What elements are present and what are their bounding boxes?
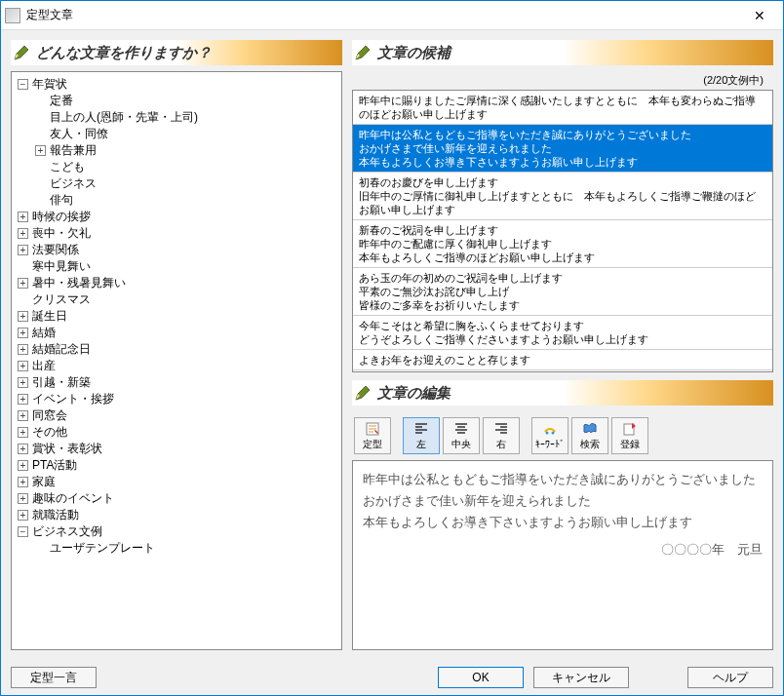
- tree-item[interactable]: −ビジネス文例: [14, 523, 339, 540]
- ok-button[interactable]: OK: [438, 667, 524, 688]
- editor-textarea[interactable]: 昨年中は公私ともどもご指導をいただき誠にありがとうございましたおかげさまで佳い新…: [352, 460, 773, 650]
- tree-item[interactable]: 友人・同僚: [31, 126, 339, 142]
- pencil-icon: [13, 44, 30, 61]
- candidate-item[interactable]: 今年こそはと希望に胸をふくらませておりますどうぞよろしくご指導くださいますようお…: [353, 316, 772, 350]
- align-right-button[interactable]: 右: [483, 417, 520, 454]
- expand-icon[interactable]: +: [18, 212, 28, 222]
- search-button[interactable]: 検索: [571, 417, 608, 454]
- expand-icon[interactable]: +: [18, 460, 28, 471]
- tree-item[interactable]: こども: [31, 159, 339, 175]
- tree-item[interactable]: 目上の人(恩師・先輩・上司): [31, 109, 339, 126]
- collapse-icon[interactable]: −: [18, 526, 28, 537]
- pencil-icon: [354, 384, 372, 402]
- svg-point-8: [552, 432, 555, 435]
- tree-item[interactable]: +イベント・挨拶: [14, 391, 339, 407]
- search-icon: [582, 421, 598, 437]
- tree-item[interactable]: +時候の挨拶: [14, 209, 339, 225]
- editor-header-text: 文章の編集: [377, 384, 451, 403]
- tree-item[interactable]: 定番: [31, 93, 339, 109]
- candidates-section-header: 文章の候補: [352, 40, 773, 65]
- tree-item[interactable]: +結婚記念日: [14, 341, 339, 358]
- template-icon: [365, 421, 380, 437]
- tree-item[interactable]: +暑中・残暑見舞い: [14, 275, 339, 291]
- tree-item[interactable]: −年賀状: [14, 76, 339, 93]
- editor-line: おかげさまで佳い新年を迎えられました: [363, 490, 763, 512]
- tree-item[interactable]: 俳句: [31, 192, 339, 209]
- candidate-item[interactable]: 初春のお慶びを申し上げます旧年中のご厚情に御礼申し上げますとともに 本年もよろし…: [353, 173, 772, 220]
- template-label: 定型: [363, 438, 382, 451]
- tree-item-label: 同窓会: [32, 408, 67, 422]
- tree-item-label: 年賀状: [32, 77, 67, 91]
- tree-item-label: 就職活動: [32, 508, 79, 522]
- editor-toolbar: 定型 左 中央 右 ｷｰﾜｰﾄﾞ: [352, 411, 773, 460]
- tree-item[interactable]: +同窓会: [14, 407, 339, 424]
- search-label: 検索: [580, 438, 600, 451]
- tree-item[interactable]: 寒中見舞い: [14, 258, 339, 275]
- cancel-button[interactable]: キャンセル: [533, 667, 629, 688]
- expand-icon[interactable]: +: [18, 377, 28, 388]
- tree-item[interactable]: +その他: [14, 424, 339, 441]
- candidate-item[interactable]: 新春のご祝詞を申し上げます昨年中のご配慮に厚く御礼申し上げます本年もよろしくご指…: [353, 220, 772, 268]
- window-title: 定型文章: [26, 7, 740, 23]
- expand-icon[interactable]: +: [18, 278, 28, 289]
- expand-icon[interactable]: +: [18, 493, 28, 504]
- tree-item-label: 喪中・欠礼: [32, 226, 91, 240]
- register-icon: [622, 421, 638, 437]
- tree-item[interactable]: +出産: [14, 358, 339, 374]
- tree-item[interactable]: +引越・新築: [14, 374, 339, 391]
- tree-item[interactable]: +報告兼用: [31, 142, 339, 159]
- app-icon: [5, 8, 20, 23]
- align-center-button[interactable]: 中央: [443, 417, 480, 454]
- tree-item-label: 引越・新築: [32, 375, 91, 389]
- help-button[interactable]: ヘルプ: [687, 667, 773, 688]
- keyword-label: ｷｰﾜｰﾄﾞ: [535, 439, 565, 449]
- expand-icon[interactable]: +: [18, 361, 28, 371]
- tree-item-label: 時候の挨拶: [32, 210, 91, 223]
- tree-item-label: ビジネス: [50, 176, 97, 190]
- tree-item-label: こども: [50, 160, 85, 174]
- candidate-item[interactable]: 昨年中に賜りましたご厚情に深く感謝いたしますとともに 本年も変わらぬご指導のほど…: [353, 91, 772, 125]
- left-header-text: どんな文章を作りますか？: [36, 44, 212, 62]
- expand-icon[interactable]: +: [18, 477, 28, 487]
- tree-item-label: イベント・挨拶: [32, 392, 114, 406]
- category-tree[interactable]: −年賀状定番目上の人(恩師・先輩・上司)友人・同僚+報告兼用こどもビジネス俳句+…: [11, 71, 342, 650]
- collapse-icon[interactable]: −: [18, 79, 28, 90]
- tree-item[interactable]: +賞状・表彰状: [14, 441, 339, 457]
- tree-item[interactable]: +結婚: [14, 325, 339, 341]
- expand-icon[interactable]: +: [18, 344, 28, 355]
- tree-item[interactable]: +誕生日: [14, 308, 339, 325]
- close-button[interactable]: ✕: [740, 2, 779, 29]
- tree-item-label: 出産: [32, 359, 56, 372]
- expand-icon[interactable]: +: [18, 228, 28, 239]
- candidates-list[interactable]: 昨年中に賜りましたご厚情に深く感謝いたしますとともに 本年も変わらぬご指導のほど…: [352, 90, 773, 372]
- tree-item[interactable]: +家庭: [14, 474, 339, 490]
- expand-icon[interactable]: +: [18, 410, 28, 421]
- tree-item[interactable]: +趣味のイベント: [14, 490, 339, 507]
- expand-icon[interactable]: +: [18, 245, 28, 255]
- expand-icon[interactable]: +: [18, 427, 28, 438]
- tree-item-label: 報告兼用: [50, 143, 97, 157]
- candidate-item[interactable]: あら玉の年の初めのご祝詞を申し上げます平素のご無沙汰お詫び申し上げ皆様のご多幸を…: [353, 268, 772, 316]
- keyword-button[interactable]: ｷｰﾜｰﾄﾞ: [531, 417, 568, 454]
- register-button[interactable]: 登録: [611, 417, 648, 454]
- expand-icon[interactable]: +: [18, 394, 28, 405]
- expand-icon[interactable]: +: [18, 311, 28, 322]
- expand-icon[interactable]: +: [18, 328, 28, 338]
- expand-icon[interactable]: +: [18, 444, 28, 454]
- tree-item[interactable]: +就職活動: [14, 507, 339, 523]
- candidate-item[interactable]: よきお年をお迎えのことと存じます: [353, 350, 772, 370]
- svg-marker-0: [15, 46, 28, 59]
- tree-item[interactable]: +法要関係: [14, 242, 339, 258]
- expand-icon[interactable]: +: [35, 145, 46, 156]
- template-button[interactable]: 定型: [354, 417, 391, 454]
- tree-item[interactable]: ビジネス: [31, 175, 339, 192]
- tree-item[interactable]: +喪中・欠礼: [14, 225, 339, 242]
- align-left-button[interactable]: 左: [403, 417, 440, 454]
- candidate-item[interactable]: 昨年中は公私ともどもご指導をいただき誠にありがとうございましたおかげさまで佳い新…: [353, 125, 772, 173]
- content: どんな文章を作りますか？ −年賀状定番目上の人(恩師・先輩・上司)友人・同僚+報…: [1, 30, 783, 660]
- expand-icon[interactable]: +: [18, 510, 28, 521]
- template-phrase-button[interactable]: 定型一言: [11, 667, 97, 688]
- tree-item[interactable]: クリスマス: [14, 291, 339, 308]
- tree-item[interactable]: ユーザテンプレート: [31, 540, 339, 557]
- tree-item[interactable]: +PTA活動: [14, 457, 339, 474]
